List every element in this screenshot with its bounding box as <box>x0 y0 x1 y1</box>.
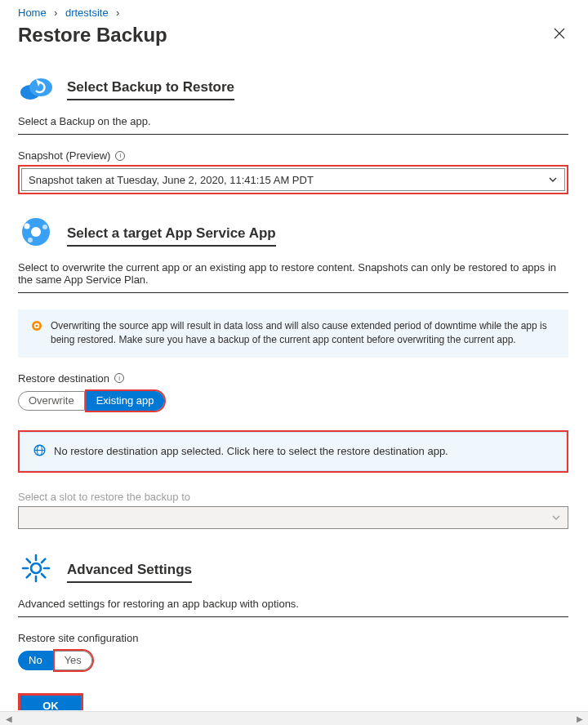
section2-body: Select to overwrite the current app or a… <box>18 261 568 286</box>
divider <box>18 616 568 617</box>
svg-point-6 <box>28 238 33 242</box>
section-target-app: Select a target App Service App <box>18 214 568 250</box>
highlight-existing: Existing app <box>85 389 167 412</box>
divider <box>18 134 568 135</box>
page-header: Restore Backup <box>18 24 568 47</box>
cloud-restore-icon <box>18 68 54 104</box>
chevron-right-icon: › <box>54 7 57 19</box>
pill-existing-app[interactable]: Existing app <box>87 391 165 411</box>
snapshot-label: Snapshot (Preview) i <box>18 149 568 162</box>
scroll-right-icon[interactable]: ▶ <box>572 713 586 725</box>
breadcrumb: Home › drtestsite › <box>18 7 568 19</box>
svg-point-5 <box>42 225 47 229</box>
highlight-destination-box: No restore destination app selected. Cli… <box>18 430 568 473</box>
info-icon[interactable]: i <box>115 151 125 161</box>
warning-icon <box>31 320 42 331</box>
ok-button[interactable]: OK <box>20 696 81 710</box>
slot-label: Select a slot to restore the backup to <box>18 491 568 503</box>
section1-body: Select a Backup on the app. <box>18 115 568 127</box>
chevron-down-icon <box>548 175 558 185</box>
restore-destination-toggle: Overwrite Existing app <box>18 389 568 412</box>
close-icon <box>554 28 565 39</box>
svg-line-18 <box>27 558 30 562</box>
pill-overwrite[interactable]: Overwrite <box>18 391 85 411</box>
restore-backup-panel: Home › drtestsite › Restore Backup Selec… <box>0 0 583 710</box>
globe-icon <box>33 444 46 459</box>
svg-point-4 <box>24 224 30 229</box>
svg-line-20 <box>42 558 45 562</box>
pill-yes[interactable]: Yes <box>55 651 92 670</box>
restore-config-label: Restore site configuration <box>18 632 568 644</box>
gear-icon <box>18 550 54 586</box>
section-advanced: Advanced Settings <box>18 550 568 586</box>
section3-body: Advanced settings for restoring an app b… <box>18 598 568 610</box>
svg-line-21 <box>27 574 30 577</box>
snapshot-value: Snapshot taken at Tuesday, June 2, 2020,… <box>29 174 314 186</box>
pill-no[interactable]: No <box>18 651 53 670</box>
select-destination-app[interactable]: No restore destination app selected. Cli… <box>20 432 567 471</box>
chevron-right-icon: › <box>116 7 119 19</box>
snapshot-dropdown[interactable]: Snapshot taken at Tuesday, June 2, 2020,… <box>21 168 565 191</box>
info-icon[interactable]: i <box>114 373 124 383</box>
restore-config-toggle: No Yes <box>18 649 568 672</box>
highlight-ok: OK <box>18 693 83 710</box>
svg-point-1 <box>29 78 52 96</box>
svg-point-13 <box>31 563 41 573</box>
divider <box>18 292 568 293</box>
breadcrumb-site[interactable]: drtestsite <box>65 7 109 19</box>
destination-placeholder: No restore destination app selected. Cli… <box>54 445 448 457</box>
section-title-advanced: Advanced Settings <box>67 554 192 583</box>
section-select-backup: Select Backup to Restore <box>18 68 568 104</box>
slot-dropdown <box>18 506 568 529</box>
breadcrumb-home[interactable]: Home <box>18 7 47 19</box>
warning-text: Overwriting the source app will result i… <box>51 319 555 348</box>
page-title: Restore Backup <box>18 24 167 47</box>
scroll-left-icon[interactable]: ◀ <box>2 713 16 725</box>
close-button[interactable] <box>550 24 568 46</box>
chevron-down-icon <box>551 513 561 523</box>
overwrite-warning: Overwriting the source app will result i… <box>18 309 568 358</box>
svg-point-3 <box>31 227 41 237</box>
highlight-snapshot: Snapshot taken at Tuesday, June 2, 2020,… <box>18 165 568 194</box>
section-title-target: Select a target App Service App <box>67 217 276 247</box>
app-service-icon <box>18 214 54 250</box>
section-title-backup: Select Backup to Restore <box>67 71 234 100</box>
svg-line-19 <box>42 574 45 577</box>
restore-destination-label: Restore destination i <box>18 372 568 385</box>
svg-point-9 <box>35 324 38 327</box>
highlight-yes: Yes <box>53 649 94 672</box>
horizontal-scrollbar[interactable]: ◀ ▶ <box>0 711 588 725</box>
